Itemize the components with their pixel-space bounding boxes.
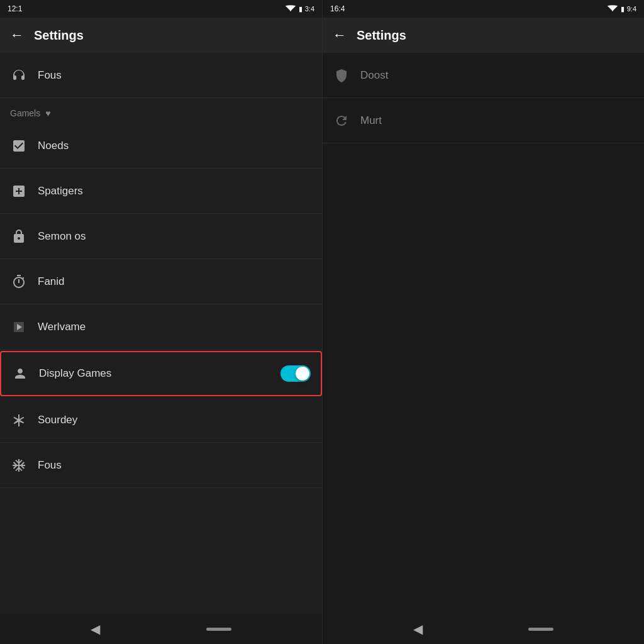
left-time: 12:1 (8, 4, 22, 13)
shield-icon (333, 67, 350, 84)
checkbox-icon (10, 137, 28, 155)
left-bottom-nav: ◀ (0, 614, 322, 644)
left-back-nav-button[interactable]: ◀ (91, 621, 100, 636)
fanid-label: Fanid (38, 275, 312, 288)
right-status-bar: 16:4 ▮ 9:4 (323, 0, 644, 18)
toggle-thumb (296, 367, 309, 380)
settings-item-semon-os[interactable]: Semon os (0, 214, 322, 259)
right-time: 16:4 (330, 4, 345, 13)
right-home-button[interactable] (528, 628, 553, 631)
settings-item-werlvame[interactable]: Werlvame (0, 304, 322, 350)
right-settings-list: Doost Murt (323, 53, 644, 614)
left-back-button[interactable]: ← (10, 27, 24, 43)
gamels-label: Gamels (10, 108, 40, 118)
settings-item-display-games[interactable]: Display Games (0, 351, 322, 396)
fous-bottom-label: Fous (38, 459, 312, 472)
settings-item-murt[interactable]: Murt (323, 98, 644, 143)
settings-item-sourdey[interactable]: Sourdey (0, 397, 322, 443)
timer-icon (10, 273, 28, 291)
right-page-title: Settings (357, 28, 406, 43)
right-panel: 16:4 ▮ 9:4 ← Settings Doost (322, 0, 644, 644)
settings-item-noeds[interactable]: Noeds (0, 123, 322, 169)
plus-box-icon (10, 182, 28, 200)
murt-label: Murt (360, 114, 634, 127)
refresh-icon (333, 112, 350, 130)
right-bottom-nav: ◀ (323, 614, 644, 644)
fous-top-label: Fous (38, 69, 312, 82)
wifi-icon (285, 4, 296, 13)
right-status-icons: ▮ 9:4 (607, 4, 636, 13)
settings-item-doost[interactable]: Doost (323, 53, 644, 98)
left-panel: 12:1 ▮ 3:4 ← Settings Fous (0, 0, 322, 644)
right-back-nav-button[interactable]: ◀ (413, 621, 423, 636)
left-settings-list: Fous Gamels ♥ Noeds Spatigers (0, 53, 322, 614)
person-icon (11, 365, 29, 382)
noeds-label: Noeds (38, 140, 312, 152)
werlvame-label: Werlvame (38, 321, 312, 333)
lock-icon (10, 228, 28, 245)
settings-item-spatigers[interactable]: Spatigers (0, 169, 322, 214)
gamels-section: Gamels ♥ (0, 98, 322, 123)
semon-os-label: Semon os (38, 230, 312, 243)
right-back-button[interactable]: ← (333, 27, 347, 43)
left-home-button[interactable] (206, 628, 231, 631)
display-games-toggle[interactable] (280, 365, 311, 382)
play-icon (10, 318, 28, 336)
battery-icon: ▮ (299, 5, 303, 13)
heart-icon: ♥ (45, 108, 50, 118)
spatigers-label: Spatigers (38, 185, 312, 197)
right-battery-text: 9:4 (627, 5, 636, 13)
right-header: ← Settings (323, 18, 644, 53)
left-page-title: Settings (34, 28, 84, 43)
left-battery-text: 3:4 (305, 5, 314, 13)
settings-item-fous-bottom[interactable]: Fous (0, 443, 322, 488)
left-status-icons: ▮ 3:4 (285, 4, 314, 13)
right-battery-icon: ▮ (621, 5, 625, 13)
display-games-label: Display Games (39, 367, 270, 380)
doost-label: Doost (360, 69, 634, 82)
right-wifi-icon (607, 4, 618, 13)
sourdey-label: Sourdey (38, 414, 312, 426)
asterisk-icon (10, 411, 28, 429)
snowflake-icon (10, 457, 28, 474)
settings-item-fanid[interactable]: Fanid (0, 259, 322, 304)
settings-item-fous-top[interactable]: Fous (0, 53, 322, 98)
left-status-bar: 12:1 ▮ 3:4 (0, 0, 322, 18)
headphone-icon (10, 67, 28, 84)
left-header: ← Settings (0, 18, 322, 53)
